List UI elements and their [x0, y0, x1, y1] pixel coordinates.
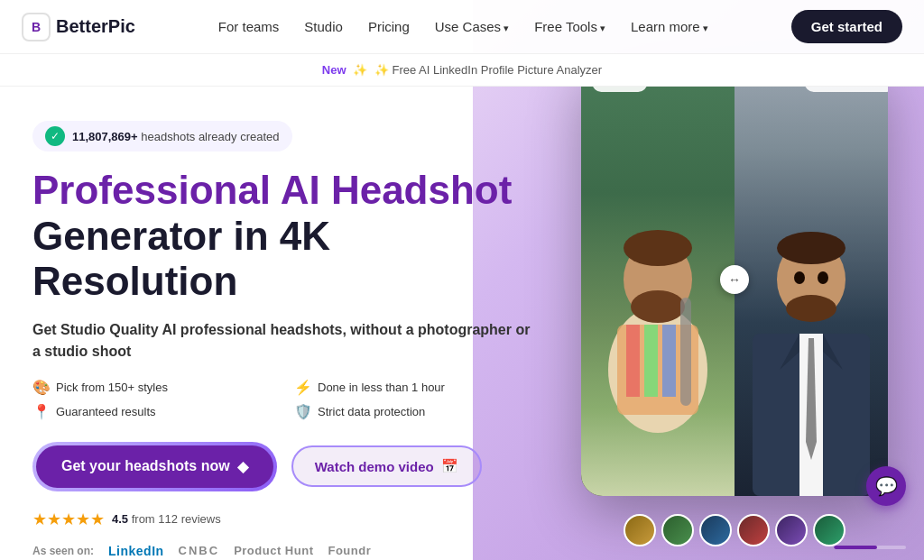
thumbnail-6[interactable]: [813, 514, 845, 546]
linkedin-logo: LinkedIn: [108, 544, 164, 558]
nav-item-studio[interactable]: Studio: [304, 19, 343, 35]
reviews-section: ★★★★★ 4.5 from 112 reviews: [32, 510, 538, 529]
calendar-icon: 📅: [441, 458, 458, 474]
feature-guaranteed: 📍 Guaranteed results: [32, 403, 276, 420]
banner-text: ✨ Free AI LinkedIn Profile Picture Analy…: [374, 63, 602, 77]
watch-demo-button[interactable]: Watch demo video 📅: [291, 445, 482, 487]
count-icon: ✓: [45, 126, 65, 146]
get-headshots-label: Get your headshots now: [61, 458, 230, 474]
svg-point-16: [786, 295, 836, 322]
privacy-icon: 🛡️: [294, 403, 312, 420]
svg-point-3: [631, 290, 685, 323]
nav-links: For teams Studio Pricing Use Cases Free …: [218, 19, 708, 35]
hero-title-line2: Generator in 4K Resolution: [32, 214, 330, 304]
nav-item-for-teams[interactable]: For teams: [218, 19, 280, 35]
progress-bar-wrapper: [834, 546, 906, 549]
svg-rect-8: [680, 298, 691, 406]
speed-icon: ⚡: [294, 379, 312, 396]
watch-demo-label: Watch demo video: [315, 459, 434, 474]
svg-point-15: [777, 232, 845, 264]
hero-left: ✓ 11,807,869+ headshots already created …: [32, 114, 538, 558]
cta-buttons: Get your headshots now ◆ Watch demo vide…: [32, 442, 538, 491]
progress-bar: [834, 546, 906, 549]
primary-button-wrapper: Get your headshots now ◆: [32, 442, 277, 491]
thumbnail-5[interactable]: [775, 514, 808, 546]
styles-icon: 🎨: [32, 379, 51, 396]
sparkle-icon: ✨: [353, 63, 367, 77]
divider-handle[interactable]: ↔: [720, 265, 749, 294]
as-seen-label: As seen on:: [32, 545, 94, 557]
phone-mockup: Selfie: [581, 63, 888, 496]
nav-item-pricing[interactable]: Pricing: [368, 19, 410, 35]
promo-banner: New ✨ ✨ Free AI LinkedIn Profile Picture…: [0, 54, 924, 87]
image-comparison-section: Selfie: [545, 54, 924, 560]
thumbnail-3[interactable]: [699, 514, 732, 546]
get-headshots-button[interactable]: Get your headshots now ◆: [36, 445, 273, 488]
guaranteed-icon: 📍: [32, 403, 51, 420]
nav-item-free-tools[interactable]: Free Tools: [534, 19, 605, 35]
svg-rect-7: [662, 325, 676, 397]
svg-point-2: [624, 230, 692, 266]
split-image: Selfie: [581, 63, 888, 496]
product-hunt-logo: Product Hunt: [234, 544, 313, 557]
hero-title: Professional AI Headshot Generator in 4K…: [32, 168, 538, 305]
hero-subtitle: Get Studio Quality AI professional heads…: [32, 319, 538, 363]
ai-generated-half: AI Generated: [735, 63, 888, 496]
svg-rect-6: [644, 325, 658, 397]
svg-point-18: [818, 271, 828, 284]
selfie-person-svg: [581, 135, 735, 496]
selfie-half: Selfie: [581, 63, 735, 496]
feature-guaranteed-text: Guaranteed results: [56, 405, 156, 418]
chat-icon: 💬: [875, 475, 898, 497]
svg-point-17: [794, 271, 805, 284]
feature-speed: ⚡ Done in less than 1 hour: [294, 379, 538, 396]
brand-logos: LinkedIn CNBC Product Hunt Foundr: [108, 544, 371, 558]
get-started-button[interactable]: Get started: [791, 10, 902, 43]
navbar: B BetterPic For teams Studio Pricing Use…: [0, 0, 924, 54]
diamond-icon: ◆: [237, 458, 248, 475]
new-badge: New: [322, 63, 346, 77]
feature-styles-text: Pick from 150+ styles: [56, 381, 168, 394]
brand-icon: B: [22, 13, 51, 41]
brand-logo[interactable]: B BetterPic: [22, 13, 135, 41]
divider-icon: ↔: [728, 272, 741, 287]
feature-styles: 🎨 Pick from 150+ styles: [32, 379, 276, 396]
brand-name: BetterPic: [56, 16, 135, 37]
ai-person-svg: [735, 135, 888, 496]
count-badge: ✓ 11,807,869+ headshots already created: [32, 121, 292, 151]
feature-privacy-text: Strict data protection: [318, 405, 425, 418]
chat-bubble-button[interactable]: 💬: [866, 466, 906, 506]
hero-title-line1: Professional AI Headshot: [32, 168, 512, 212]
thumbnails-row: [624, 514, 845, 546]
feature-privacy: 🛡️ Strict data protection: [294, 403, 538, 420]
feature-speed-text: Done in less than 1 hour: [318, 381, 445, 394]
cnbc-logo: CNBC: [179, 544, 220, 557]
thumbnail-2[interactable]: [661, 514, 694, 546]
count-number: 11,807,869+ headshots already created: [72, 130, 280, 143]
star-rating: ★★★★★: [32, 510, 105, 529]
nav-item-use-cases[interactable]: Use Cases: [435, 19, 509, 35]
progress-fill: [834, 546, 877, 549]
foundr-logo: Foundr: [328, 544, 371, 557]
as-seen-on: As seen on: LinkedIn CNBC Product Hunt F…: [32, 544, 538, 558]
features-list: 🎨 Pick from 150+ styles ⚡ Done in less t…: [32, 379, 538, 420]
thumbnail-4[interactable]: [737, 514, 770, 546]
nav-item-learn-more[interactable]: Learn more: [631, 19, 708, 35]
reviews-text: 4.5 from 112 reviews: [112, 512, 221, 526]
thumbnail-1[interactable]: [624, 514, 656, 546]
svg-rect-5: [626, 325, 640, 397]
